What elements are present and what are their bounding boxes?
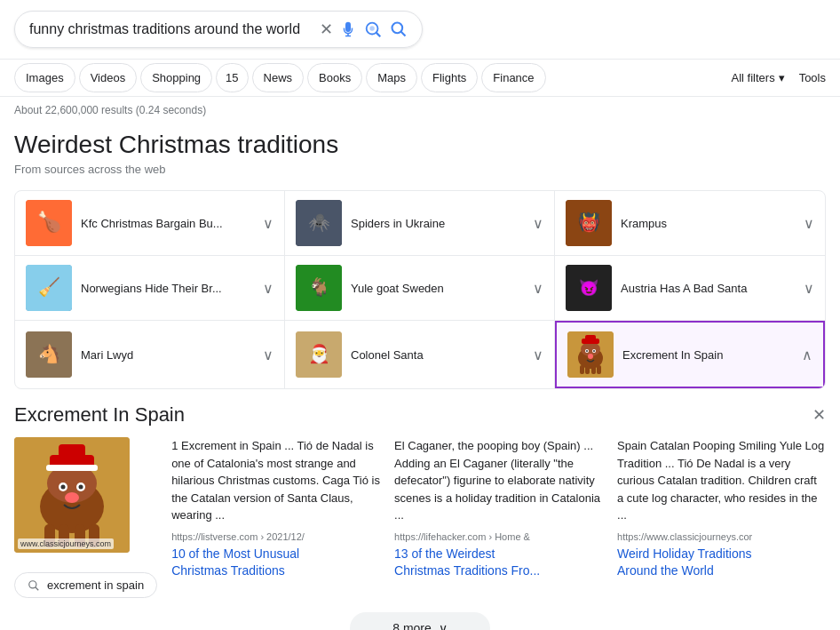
svg-rect-34	[585, 365, 590, 374]
lens-button[interactable]	[363, 20, 383, 39]
result-text-2: El Caganer, the pooping boy (Spain) ... …	[394, 437, 603, 524]
svg-text:🍗: 🍗	[37, 210, 62, 234]
svg-point-31	[593, 350, 595, 352]
chevron-down-icon: ∨	[804, 280, 814, 297]
svg-point-52	[29, 580, 36, 587]
search-input[interactable]	[29, 21, 313, 37]
tab-shopping[interactable]: Shopping	[140, 63, 212, 92]
result-link-1[interactable]: 10 of the Most Unusual Christmas Traditi…	[171, 546, 380, 580]
more-btn-container: 8 more ∨	[14, 612, 826, 630]
search-button[interactable]	[390, 20, 408, 38]
card-kfc[interactable]: 🍗 Kfc Christmas Bargain Bu... ∨	[15, 191, 285, 256]
card-excrement[interactable]: Excrement In Spain ∧	[555, 321, 825, 388]
card-spider[interactable]: 🕷️ Spiders in Ukraine ∨	[285, 191, 555, 256]
card-austria[interactable]: 😈 Austria Has A Bad Santa ∨	[555, 256, 825, 321]
svg-text:🎅: 🎅	[308, 343, 330, 364]
card-label-yule: Yule goat Sweden	[351, 282, 524, 295]
result-card-1: 1 Excrement in Spain ... Tió de Nadal is…	[171, 437, 380, 598]
svg-point-5	[392, 23, 403, 34]
excrement-suggestion-chip[interactable]: excrement in spain	[14, 572, 157, 598]
chevron-down-icon: ∨	[533, 347, 543, 363]
svg-text:🧹: 🧹	[38, 276, 60, 298]
svg-rect-33	[580, 365, 584, 374]
svg-rect-36	[597, 365, 601, 374]
mic-button[interactable]	[340, 19, 356, 40]
card-krampus[interactable]: 👹 Krampus ∨	[555, 191, 825, 256]
nav-tabs: Images Videos Shopping 15 News Books Map…	[0, 60, 840, 97]
tab-news[interactable]: News	[252, 63, 305, 92]
card-thumb-spider: 🕷️	[296, 200, 342, 246]
card-thumb-mari: 🐴	[26, 331, 72, 378]
main-content: Weirdest Christmas traditions From sourc…	[0, 124, 840, 630]
card-thumb-kfc: 🍗	[26, 200, 72, 246]
chevron-down-icon: ∨	[533, 215, 543, 232]
result-text-1: 1 Excrement in Spain ... Tió de Nadal is…	[171, 437, 380, 524]
svg-rect-41	[59, 444, 85, 458]
result-cards: 1 Excrement in Spain ... Tió de Nadal is…	[171, 437, 826, 598]
card-thumb-norwegian: 🧹	[26, 265, 72, 311]
card-yule[interactable]: 🐐 Yule goat Sweden ∨	[285, 256, 555, 321]
tab-videos[interactable]: Videos	[79, 63, 138, 92]
dropdown-icon: ▾	[779, 71, 785, 84]
results-count: About 22,600,000 results (0.24 seconds)	[0, 97, 840, 124]
result-url-3: https://www.classicjourneys.cor	[617, 531, 826, 542]
svg-rect-42	[46, 465, 98, 471]
tab-15[interactable]: 15	[216, 63, 248, 92]
mic-icon	[340, 19, 356, 40]
chevron-down-more-icon: ∨	[439, 621, 448, 630]
search-input-container: ✕	[14, 11, 423, 48]
tab-books[interactable]: Books	[307, 63, 362, 92]
chevron-down-icon: ∨	[263, 347, 273, 363]
svg-text:🕷️: 🕷️	[308, 211, 330, 233]
tab-images[interactable]: Images	[14, 63, 75, 92]
close-excrement-section-button[interactable]: ✕	[812, 405, 826, 425]
section-subtitle: From sources across the web	[14, 163, 826, 176]
card-colonel[interactable]: 🎅 Colonel Santa ∨	[285, 321, 555, 388]
svg-point-30	[586, 350, 588, 352]
svg-rect-35	[591, 365, 596, 374]
card-thumb-colonel: 🎅	[296, 331, 342, 378]
lens-icon	[363, 20, 383, 39]
result-card-2: El Caganer, the pooping boy (Spain) ... …	[394, 437, 603, 598]
chevron-up-icon: ∧	[802, 347, 812, 363]
card-thumb-krampus: 👹	[566, 200, 612, 246]
nav-right: All filters ▾ Tools	[732, 71, 826, 84]
result-url-1: https://listverse.com › 2021/12/	[171, 531, 380, 542]
card-norwegian[interactable]: 🧹 Norwegians Hide Their Br... ∨	[15, 256, 285, 321]
chevron-down-icon: ∨	[804, 215, 814, 232]
section-title: Weirdest Christmas traditions	[14, 131, 826, 159]
search-icon	[390, 20, 408, 38]
result-link-2[interactable]: 13 of the Weirdest Christmas Traditions …	[394, 546, 603, 580]
tab-finance[interactable]: Finance	[481, 63, 545, 92]
svg-line-53	[36, 586, 39, 590]
svg-text:😈: 😈	[579, 278, 599, 298]
result-url-2: https://lifehacker.com › Home &	[394, 531, 603, 542]
card-label-spider: Spiders in Ukraine	[351, 217, 524, 230]
card-label-mari: Mari Lwyd	[81, 348, 254, 362]
excrement-image: www.classicjourneys.com	[14, 437, 130, 553]
card-label-austria: Austria Has A Bad Santa	[621, 282, 795, 295]
image-source-label: www.classicjourneys.com	[18, 538, 114, 549]
svg-point-47	[65, 492, 79, 503]
svg-text:👹: 👹	[578, 211, 600, 233]
tab-flights[interactable]: Flights	[421, 63, 478, 92]
excrement-content: www.classicjourneys.com excrement in spa…	[14, 437, 826, 598]
card-mari[interactable]: 🐴 Mari Lwyd ∨	[15, 321, 285, 388]
card-label-krampus: Krampus	[621, 217, 795, 230]
result-link-3[interactable]: Weird Holiday Traditions Around the Worl…	[617, 546, 826, 580]
svg-point-45	[61, 485, 66, 490]
result-text-3: Spain Catalan Pooping Smiling Yule Log T…	[617, 437, 826, 524]
tab-maps[interactable]: Maps	[366, 63, 417, 92]
excrement-section: Excrement In Spain ✕	[14, 403, 826, 630]
card-thumb-austria: 😈	[566, 265, 612, 311]
more-results-button[interactable]: 8 more ∨	[350, 612, 490, 630]
card-label-kfc: Kfc Christmas Bargain Bu...	[81, 217, 254, 230]
card-label-excrement: Excrement In Spain	[622, 348, 793, 362]
all-filters-button[interactable]: All filters ▾	[732, 71, 785, 84]
cards-grid: 🍗 Kfc Christmas Bargain Bu... ∨ 🕷️ Spide…	[14, 190, 826, 389]
svg-text:🐴: 🐴	[38, 343, 60, 364]
tools-button[interactable]: Tools	[799, 71, 826, 84]
clear-search-button[interactable]: ✕	[320, 20, 333, 39]
chevron-down-icon: ∨	[263, 280, 273, 297]
svg-line-3	[376, 33, 381, 37]
